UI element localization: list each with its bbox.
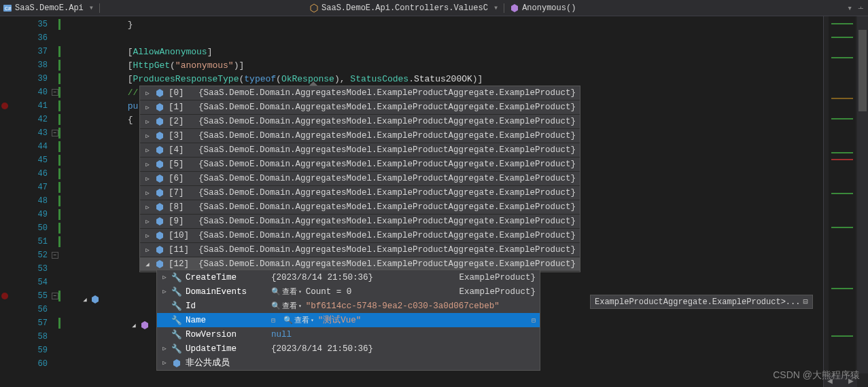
svg-marker-17 <box>156 260 163 268</box>
datatip-row[interactable]: ▷[8]{SaaS.DemoE.Domain.AggregatesModel.E… <box>140 200 580 215</box>
inline-value-expander[interactable]: ◢ <box>82 295 100 304</box>
svg-marker-5 <box>156 89 163 97</box>
expander-icon[interactable]: ◢ <box>144 261 151 268</box>
item-index: [9] <box>169 217 194 226</box>
datatip-row[interactable]: ▷[6]{SaaS.DemoE.Domain.AggregatesModel.E… <box>140 172 580 186</box>
cube-icon <box>155 88 164 98</box>
item-value: {SaaS.DemoE.Domain.AggregatesModel.Examp… <box>198 217 576 226</box>
expander-icon[interactable]: ▷ <box>144 90 151 97</box>
method-icon <box>309 3 319 13</box>
svg-marker-15 <box>156 232 163 240</box>
dropdown-chevron-icon[interactable]: ▾ <box>298 289 302 295</box>
dropdown-chevron-icon[interactable]: ▾ <box>298 303 302 309</box>
item-value: {SaaS.DemoE.Domain.AggregatesModel.Examp… <box>198 202 576 212</box>
fold-icon[interactable]: − <box>52 89 58 96</box>
dropdown-chevron-icon[interactable]: ▾ <box>311 317 314 323</box>
item-index: [11] <box>169 245 194 255</box>
property-row[interactable]: ▷ 非公共成员 <box>157 356 540 370</box>
dropdown-chevron-icon[interactable]: ▾ <box>847 3 852 14</box>
svg-marker-8 <box>156 132 163 140</box>
breakpoint-icon[interactable] <box>1 103 8 109</box>
property-row[interactable]: 🔧 RowVersion null <box>157 327 540 342</box>
item-value: {SaaS.DemoE.Domain.AggregatesModel.Examp… <box>198 160 576 169</box>
magnifier-icon[interactable]: 🔍查看▾ <box>271 301 302 311</box>
dropdown-chevron-icon: ▾ <box>89 3 94 13</box>
item-index: [12] <box>169 259 194 269</box>
pin-icon[interactable]: ⊟ <box>271 316 275 325</box>
expander-icon[interactable]: ▷ <box>144 118 151 126</box>
cube-icon <box>155 131 164 141</box>
item-value: {SaaS.DemoE.Domain.AggregatesModel.Examp… <box>198 245 576 255</box>
item-index: [8] <box>169 202 194 212</box>
breadcrumb-class[interactable]: SaaS.DemoE.Api.Controllers.ValuesC ▾ <box>309 3 498 13</box>
breadcrumb-method[interactable]: Anonymous() <box>510 3 576 13</box>
expander-icon[interactable]: ▷ <box>161 274 168 281</box>
item-value: {SaaS.DemoE.Domain.AggregatesModel.Examp… <box>198 131 576 141</box>
expander-icon[interactable]: ▷ <box>144 161 151 168</box>
expander-icon[interactable]: ▷ <box>144 218 151 225</box>
cube-icon <box>155 259 164 269</box>
line-number-gutter: 35 36 37 38 39 40− 41 42 43− 44 45 46 47… <box>0 16 60 387</box>
cube-icon <box>90 295 100 304</box>
datatip-row[interactable]: ▷[5]{SaaS.DemoE.Domain.AggregatesModel.E… <box>140 158 580 172</box>
inline-value-hint[interactable]: ExampleProductAggregate.ExampleProduct>.… <box>590 295 813 309</box>
nested-expander[interactable]: ◢ <box>131 320 150 330</box>
datatip-row[interactable]: ▷[11]{SaaS.DemoE.Domain.AggregatesModel.… <box>140 243 580 257</box>
expander-icon[interactable]: ▷ <box>144 147 151 154</box>
svg-marker-19 <box>141 321 148 329</box>
datatip-row[interactable]: ▷[10]{SaaS.DemoE.Domain.AggregatesModel.… <box>140 229 580 243</box>
svg-marker-4 <box>92 295 99 303</box>
item-value: {SaaS.DemoE.Domain.AggregatesModel.Examp… <box>198 88 576 98</box>
svg-marker-3 <box>511 4 518 12</box>
property-row[interactable]: 🔧 Id 🔍查看▾ "bf6114cc-5748-9ea2-c030-3a0d0… <box>157 299 540 313</box>
cube-icon <box>510 3 519 13</box>
datatip-row[interactable]: ▷[4]{SaaS.DemoE.Domain.AggregatesModel.E… <box>140 143 580 158</box>
vertical-scrollbar[interactable] <box>857 16 868 373</box>
datatip-row[interactable]: ▷[3]{SaaS.DemoE.Domain.AggregatesModel.E… <box>140 129 580 143</box>
debug-datatip[interactable]: ▷[0]{SaaS.DemoE.Domain.AggregatesModel.E… <box>139 81 580 272</box>
fold-icon[interactable]: − <box>52 252 58 259</box>
expander-icon[interactable]: ▷ <box>144 189 151 197</box>
svg-marker-2 <box>311 4 317 12</box>
expander-icon[interactable]: ▷ <box>144 104 151 111</box>
datatip-row[interactable]: ▷[1]{SaaS.DemoE.Domain.AggregatesModel.E… <box>140 100 580 115</box>
property-row[interactable]: ▷ 🔧 UpdateTime {2023/8/14 21:50:36} <box>157 342 540 356</box>
svg-marker-18 <box>173 359 180 367</box>
item-index: [0] <box>169 88 194 98</box>
minimap[interactable] <box>829 16 856 373</box>
property-row[interactable]: 🔧 Name ⊟ 🔍查看▾ "测试Vue" ⊟ <box>157 313 540 327</box>
cube-icon <box>155 231 164 240</box>
expander-icon[interactable]: ▷ <box>144 204 151 211</box>
expander-icon[interactable]: ▷ <box>161 345 168 352</box>
datatip-row[interactable]: ▷[0]{SaaS.DemoE.Domain.AggregatesModel.E… <box>140 86 580 100</box>
breadcrumb-bar: C# SaaS.DemoE.Api ▾ SaaS.DemoE.Api.Contr… <box>0 0 868 16</box>
expander-icon[interactable]: ▷ <box>144 175 151 183</box>
breadcrumb-project[interactable]: C# SaaS.DemoE.Api ▾ <box>3 3 94 13</box>
csharp-project-icon: C# <box>3 3 12 13</box>
fold-icon[interactable]: − <box>52 293 58 299</box>
svg-marker-11 <box>156 174 163 183</box>
item-index: [7] <box>169 188 194 198</box>
expander-icon[interactable]: ▷ <box>144 132 151 140</box>
item-value: {SaaS.DemoE.Domain.AggregatesModel.Examp… <box>198 188 576 198</box>
fold-icon[interactable]: − <box>52 130 58 136</box>
svg-marker-14 <box>156 217 163 225</box>
datatip-row[interactable]: ▷[7]{SaaS.DemoE.Domain.AggregatesModel.E… <box>140 186 580 200</box>
breakpoint-icon[interactable] <box>1 293 8 299</box>
pin-icon[interactable]: ⊟ <box>532 316 536 325</box>
dropdown-chevron-icon: ▾ <box>493 3 498 13</box>
magnifier-icon[interactable]: 🔍查看▾ <box>283 315 314 325</box>
pin-icon[interactable]: ⊟ <box>803 297 808 307</box>
debug-datatip-properties[interactable]: ▷ 🔧 CreateTime {2023/8/14 21:50:36} Exam… <box>156 270 540 371</box>
expander-icon[interactable]: ▷ <box>144 232 151 240</box>
wrench-icon: 🔧 <box>172 287 181 297</box>
property-row[interactable]: ▷ 🔧 CreateTime {2023/8/14 21:50:36} Exam… <box>157 270 540 284</box>
magnifier-icon[interactable]: 🔍查看▾ <box>271 287 302 297</box>
expander-icon[interactable]: ▷ <box>144 246 151 254</box>
expander-icon[interactable]: ▷ <box>161 288 168 295</box>
expander-icon[interactable]: ▷ <box>161 359 168 367</box>
datatip-row[interactable]: ▷[2]{SaaS.DemoE.Domain.AggregatesModel.E… <box>140 115 580 129</box>
property-row[interactable]: ▷ 🔧 DomainEvents 🔍查看▾ Count = 0 ExampleP… <box>157 284 540 299</box>
datatip-row[interactable]: ▷[9]{SaaS.DemoE.Domain.AggregatesModel.E… <box>140 215 580 229</box>
split-editor-icon[interactable]: ⫠ <box>856 3 865 14</box>
